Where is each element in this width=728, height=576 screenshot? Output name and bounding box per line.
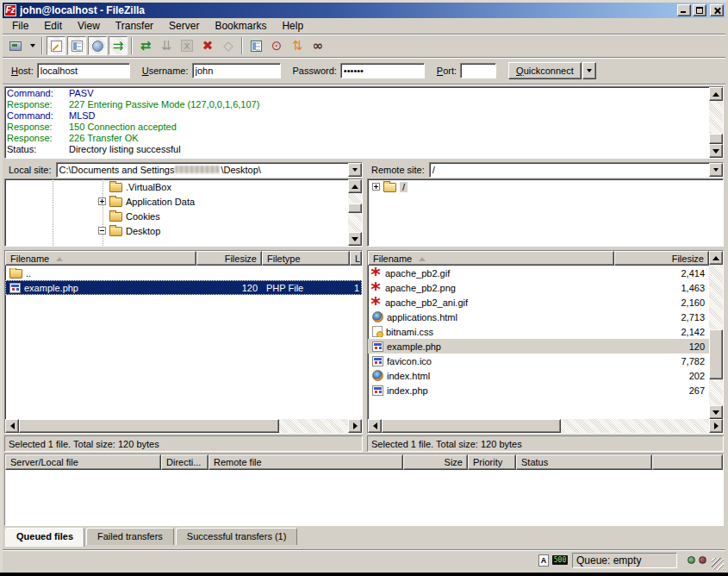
scroll-down-button[interactable]: [709, 144, 723, 158]
scroll-up-button[interactable]: [709, 251, 723, 265]
resize-grip[interactable]: [712, 558, 724, 570]
menu-file[interactable]: File: [4, 18, 36, 34]
remote-site-dropdown[interactable]: [709, 163, 723, 177]
remote-list-scrollbar[interactable]: [709, 251, 723, 419]
scrollbar-thumb[interactable]: [382, 419, 561, 433]
disconnect-button[interactable]: ✖: [198, 36, 217, 55]
scrollbar-thumb[interactable]: [19, 419, 279, 433]
local-tree-scrollbar[interactable]: [348, 179, 362, 246]
scrollbar-thumb[interactable]: [709, 134, 723, 144]
quickconnect-button[interactable]: Quickconnect: [508, 62, 582, 79]
remote-row[interactable]: favicon.ico 7,782: [368, 354, 709, 368]
host-input[interactable]: [37, 63, 130, 78]
php-file-icon: [372, 385, 383, 396]
site-manager-dropdown[interactable]: [27, 36, 38, 55]
tree-item-root[interactable]: /: [368, 179, 723, 194]
tree-item-cookies[interactable]: Cookies: [5, 209, 348, 223]
remote-row[interactable]: applications.html 2,713: [368, 310, 709, 324]
tab-queued-files[interactable]: Queued files: [5, 528, 84, 547]
menu-transfer[interactable]: Transfer: [108, 18, 161, 34]
queue-body[interactable]: [5, 470, 723, 525]
tree-item-desktop[interactable]: Desktop: [5, 223, 348, 238]
tab-successful-transfers[interactable]: Successful transfers (1): [176, 528, 298, 545]
port-input[interactable]: [460, 63, 496, 78]
menu-view[interactable]: View: [70, 18, 108, 34]
speed-limit-icon[interactable]: 500: [552, 555, 568, 565]
collapse-icon[interactable]: [98, 227, 106, 235]
remote-row[interactable]: *apache_pb2.png 1,463: [368, 280, 709, 295]
tree-item-virtualbox[interactable]: .VirtualBox: [5, 179, 348, 194]
remote-site-combo[interactable]: /: [429, 162, 724, 178]
username-input[interactable]: [192, 63, 281, 78]
title-bar[interactable]: Fz john@localhost - FileZilla: [3, 3, 725, 18]
column-filename[interactable]: Filename: [368, 251, 614, 266]
scroll-left-button[interactable]: [5, 419, 19, 433]
image-file-icon: *: [370, 282, 382, 294]
column-priority[interactable]: Priority: [468, 454, 516, 470]
close-button[interactable]: [710, 4, 724, 16]
tree-item-application-data[interactable]: Application Data: [5, 194, 348, 209]
scrollbar-thumb[interactable]: [348, 203, 362, 213]
minimize-button[interactable]: [677, 4, 691, 16]
sort-ascending-icon: [419, 254, 426, 261]
column-last-modified[interactable]: L: [350, 251, 362, 266]
column-filesize[interactable]: Filesize: [196, 251, 262, 266]
local-hscrollbar[interactable]: [5, 419, 362, 433]
remote-row[interactable]: bitnami.css 2,142: [368, 324, 709, 339]
expand-icon[interactable]: [98, 197, 106, 205]
expand-icon[interactable]: [372, 183, 380, 191]
datatype-ascii-icon[interactable]: A: [538, 554, 549, 567]
menu-edit[interactable]: Edit: [36, 18, 70, 34]
menu-bookmarks[interactable]: Bookmarks: [207, 18, 274, 34]
toggle-log-button[interactable]: [47, 36, 65, 55]
quickconnect-dropdown[interactable]: [582, 62, 596, 79]
scroll-down-button[interactable]: [348, 232, 362, 246]
local-row-example-php[interactable]: example.php 120 PHP File 1: [5, 280, 362, 295]
local-file-list: Filename Filesize Filetype L .. example.…: [4, 250, 363, 434]
compare-button[interactable]: ⊙: [267, 36, 286, 55]
cancel-operation-button[interactable]: x: [177, 36, 196, 55]
column-server-local-file[interactable]: Server/Local file: [5, 454, 161, 470]
maximize-button[interactable]: [693, 4, 706, 16]
site-manager-button[interactable]: [6, 36, 25, 55]
local-site-dropdown[interactable]: [348, 163, 362, 177]
toggle-remote-tree-button[interactable]: [88, 36, 107, 55]
toggle-local-tree-button[interactable]: [67, 36, 86, 55]
scroll-right-button[interactable]: [348, 419, 362, 433]
menu-help[interactable]: Help: [274, 18, 311, 34]
column-filesize[interactable]: Filesize: [614, 251, 709, 266]
log-scrollbar[interactable]: [709, 87, 723, 158]
remote-row-selected[interactable]: example.php 120: [368, 339, 709, 354]
menu-server[interactable]: Server: [161, 18, 207, 34]
scroll-down-button[interactable]: [709, 405, 723, 419]
remote-row[interactable]: index.php 267: [368, 383, 709, 398]
remote-row[interactable]: *apache_pb2.gif 2,414: [368, 266, 709, 280]
process-queue-button[interactable]: ⇊: [157, 36, 176, 55]
tab-failed-transfers[interactable]: Failed transfers: [86, 528, 174, 545]
scroll-left-button[interactable]: [368, 419, 382, 433]
remote-hscrollbar[interactable]: [368, 419, 723, 433]
scroll-up-button[interactable]: [348, 179, 362, 193]
password-input[interactable]: [340, 63, 425, 78]
find-files-button[interactable]: ∞: [308, 36, 327, 55]
message-log-icon: [51, 41, 62, 52]
column-direction[interactable]: Directi...: [161, 454, 208, 470]
filezilla-window: Fz john@localhost - FileZilla File Edit …: [0, 0, 728, 573]
filter-button[interactable]: [246, 36, 265, 55]
column-status[interactable]: Status: [516, 454, 652, 470]
scroll-right-button[interactable]: [709, 419, 723, 433]
reconnect-button[interactable]: ◇: [219, 36, 238, 55]
column-size[interactable]: Size: [403, 454, 468, 470]
sync-browse-button[interactable]: ⇅: [288, 36, 307, 55]
remote-row[interactable]: *apache_pb2_ani.gif 2,160: [368, 295, 709, 310]
refresh-button[interactable]: ⇄: [136, 36, 155, 55]
local-row-parent[interactable]: ..: [5, 266, 362, 280]
column-filetype[interactable]: Filetype: [262, 251, 350, 266]
scrollbar-thumb[interactable]: [709, 329, 723, 379]
column-remote-file[interactable]: Remote file: [208, 454, 403, 470]
local-site-combo[interactable]: C:\Documents and Settings\Desktop\: [56, 162, 363, 178]
column-filename[interactable]: Filename: [5, 251, 196, 266]
toggle-queue-button[interactable]: ⇉: [109, 36, 128, 55]
remote-row[interactable]: index.html 202: [368, 368, 709, 383]
scroll-up-button[interactable]: [709, 87, 723, 101]
